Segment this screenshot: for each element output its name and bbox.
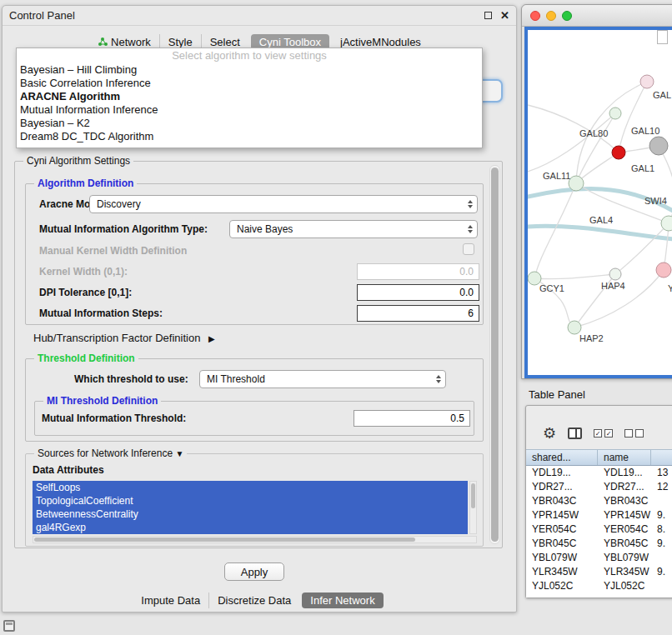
table-cell: YBR045C (598, 537, 651, 551)
aracne-mode-value: Discovery (97, 198, 141, 210)
close-traffic-light-icon[interactable] (530, 11, 540, 21)
network-node[interactable] (609, 268, 621, 280)
table-cell: 9. (651, 537, 672, 551)
network-node[interactable] (656, 262, 671, 278)
mi-steps-field[interactable] (357, 305, 479, 322)
algorithm-option-aracne-algorithm[interactable]: ARACNE Algorithm (17, 90, 482, 103)
column-header-name[interactable]: name (598, 450, 651, 465)
chevron-right-icon: ▶ (208, 334, 215, 343)
kernel-width-field[interactable] (357, 263, 479, 280)
table-row[interactable]: YLR345WYLR345W9. (526, 565, 672, 579)
algorithm-option-basic-correlation-inference[interactable]: Basic Correlation Inference (17, 77, 482, 90)
algorithm-option-bayesian-hill-climbing[interactable]: Bayesian – Hill Climbing (17, 63, 482, 77)
tab-discretize-data[interactable]: Discretize Data (208, 592, 299, 608)
tab-label: Cyni Toolbox (259, 36, 321, 48)
table-row[interactable]: YER054CYER054C8. (526, 522, 672, 537)
data-attribute-item[interactable]: BetweennessCentrality (33, 508, 468, 521)
table-panel-label: Table Panel (529, 388, 585, 401)
mi-threshold-field[interactable] (354, 410, 470, 427)
table-cell: 12 (651, 480, 672, 494)
which-threshold-select[interactable]: MI Threshold (199, 370, 446, 388)
node-label: GAL (653, 90, 671, 100)
attributes-vscrollbar[interactable] (469, 481, 477, 534)
attributes-vscroll-thumb[interactable] (471, 483, 475, 508)
network-canvas[interactable]: GALGAL80GAL10GAL11GAL1SWI4GAL4GCY1HAP4YH… (524, 27, 672, 378)
algorithm-dropdown-list: Bayesian – Hill ClimbingBasic Correlatio… (17, 63, 482, 143)
tab-infer-network[interactable]: Infer Network (302, 592, 383, 608)
network-node[interactable] (661, 216, 672, 231)
cyni-algorithm-settings-group: Cyni Algorithm Settings Algorithm Defini… (14, 161, 503, 548)
table-row[interactable]: YBR043CYBR043C (526, 494, 672, 508)
mi-type-value: Naive Bayes (237, 223, 293, 235)
column-header-2[interactable] (651, 450, 672, 465)
table-row[interactable]: YJL052CYJL052C (526, 579, 672, 593)
zoom-traffic-light-icon[interactable] (562, 11, 572, 21)
network-node[interactable] (640, 75, 654, 88)
chevron-down-icon[interactable]: ▼ (175, 449, 183, 458)
mi-threshold-group-title: MI Threshold Definition (43, 395, 161, 407)
network-node[interactable] (612, 146, 625, 159)
tab-impute-data[interactable]: Impute Data (133, 592, 208, 608)
algorithm-option-dream8-dc-tdc-algorithm[interactable]: Dream8 DC_TDC Algorithm (17, 130, 482, 143)
table-cell: 13 (651, 466, 672, 480)
checked-box-icon: ✓ (594, 429, 602, 438)
select-unchecked-icon[interactable] (624, 429, 644, 438)
close-icon[interactable]: ✕ (500, 10, 509, 21)
algorithm-definition-group: Algorithm Definition Aracne Mode: Discov… (25, 183, 484, 325)
node-label: Y (668, 283, 672, 293)
network-node[interactable] (568, 321, 581, 334)
dpi-tolerance-field[interactable] (357, 284, 479, 301)
float-window-icon[interactable] (484, 12, 492, 19)
table-row[interactable]: YPR145WYPR145W9. (526, 508, 672, 522)
table-cell: YER054C (526, 522, 598, 537)
network-view-window: GALGAL80GAL10GAL11GAL1SWI4GAL4GCY1HAP4YH… (521, 4, 672, 379)
table-cell: YBR043C (526, 494, 598, 508)
settings-scrollbar-thumb[interactable] (491, 168, 499, 542)
table-row[interactable]: YDR27...YDR27...12 (526, 480, 672, 494)
table-cell: YPR145W (598, 508, 651, 522)
attributes-hscrollbar[interactable] (33, 536, 477, 543)
column-header-shared-[interactable]: shared... (526, 450, 598, 465)
mi-type-select[interactable]: Naive Bayes (229, 220, 478, 238)
algorithm-option-mutual-information-inference[interactable]: Mutual Information Inference (17, 103, 482, 117)
algorithm-option-bayesian-k2[interactable]: Bayesian – K2 (17, 117, 482, 130)
table-toolbar: ⚙ ✓ ✓ (526, 406, 672, 449)
network-node[interactable] (609, 108, 621, 119)
network-node[interactable] (649, 137, 668, 155)
minimize-traffic-light-icon[interactable] (546, 11, 556, 21)
stepper-arrows-icon (468, 200, 477, 208)
desktop: Control Panel ✕ NetworkStyleSelectCyni T… (0, 0, 672, 635)
table-cell: YDR27... (526, 480, 598, 494)
data-attribute-item[interactable]: TopologicalCoefficient (33, 494, 468, 508)
aracne-mode-select[interactable]: Discovery (89, 195, 478, 213)
table-row[interactable]: YBR045CYBR045C9. (526, 537, 672, 551)
algorithm-dropdown-popup: Select algorithm to view settings Bayesi… (16, 48, 483, 148)
unchecked-box-icon (624, 429, 633, 438)
kernel-width-label: Kernel Width (0,1): (39, 266, 128, 278)
network-scrollbar[interactable] (657, 30, 668, 44)
network-node[interactable] (569, 176, 584, 191)
node-label: GAL4 (589, 215, 613, 225)
which-threshold-value: MI Threshold (207, 373, 265, 385)
control-panel-title: Control Panel (9, 9, 75, 22)
table-cell: YJL052C (526, 579, 598, 593)
data-attribute-item[interactable]: gal4RGexp (33, 521, 468, 534)
select-checked-icon[interactable]: ✓ ✓ (594, 429, 613, 438)
data-attribute-item[interactable]: SelfLoops (33, 481, 468, 494)
sources-group: Sources for Network Inference ▼ Data Att… (25, 453, 484, 547)
table-row[interactable]: YDL19...YDL19...13 (526, 466, 672, 480)
settings-scrollbar[interactable] (489, 165, 500, 544)
minimized-panel-icon[interactable] (3, 620, 15, 632)
gear-icon[interactable]: ⚙ (543, 426, 556, 441)
manual-kernel-checkbox[interactable] (463, 243, 474, 255)
hub-definition-expander[interactable]: Hub/Transcription Factor Definition ▶ (33, 332, 215, 344)
network-window-titlebar (522, 5, 672, 27)
columns-icon[interactable] (568, 428, 582, 439)
dpi-tolerance-label: DPI Tolerance [0,1]: (39, 287, 132, 298)
table-row[interactable]: YBL079WYBL079W (526, 551, 672, 565)
control-panel-titlebar: Control Panel ✕ (3, 6, 516, 26)
node-label: GAL11 (543, 171, 570, 181)
apply-button[interactable]: Apply (224, 562, 284, 581)
table-cell: 8. (651, 522, 672, 537)
attributes-hscroll-thumb[interactable] (34, 538, 415, 542)
